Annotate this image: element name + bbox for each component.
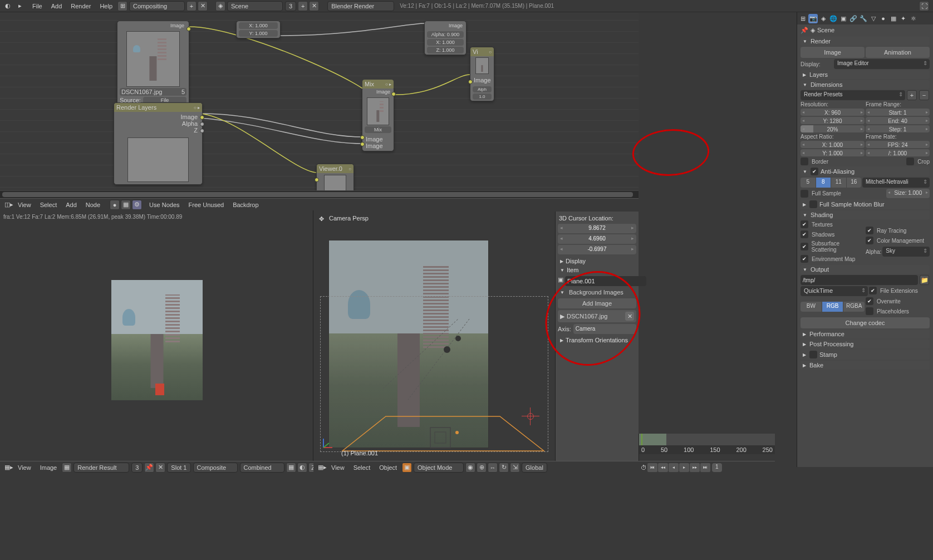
panel-bg-images[interactable]: Background Images	[558, 288, 636, 297]
tab-scene-icon[interactable]: ◈	[818, 14, 828, 23]
image-browse-icon[interactable]: ▦	[62, 463, 72, 473]
panel-output[interactable]: Output	[801, 265, 930, 274]
res-y[interactable]: Y: 1280	[801, 117, 865, 124]
manip-rotate[interactable]: ↻	[499, 463, 509, 473]
comp-mode[interactable]: Alph	[473, 86, 492, 92]
menu-file[interactable]: File	[28, 3, 47, 9]
orientation-dropdown[interactable]: Global	[522, 463, 547, 473]
browse-folder-icon[interactable]: 📁	[920, 275, 929, 285]
mode-icon[interactable]: ▣	[402, 463, 412, 473]
alpha-icon[interactable]: ◐	[297, 463, 307, 473]
alpha-over-node[interactable]: Image Alpha: 0.900 X: 1.000 Z: 1.000	[424, 21, 466, 55]
axis-dropdown[interactable]: Camera	[573, 324, 636, 334]
add-layout-button[interactable]: +	[186, 1, 197, 11]
jump-start[interactable]: ⏮	[647, 463, 657, 472]
panel-display[interactable]: Display	[558, 257, 636, 266]
menu-select[interactable]: Select	[349, 464, 375, 471]
editor-type-icon[interactable]: ▦	[4, 464, 10, 471]
tab-world-icon[interactable]: 🌐	[828, 14, 838, 23]
comp-val[interactable]: 1.0	[473, 94, 492, 100]
menu-add[interactable]: Add	[61, 202, 81, 208]
mix-node[interactable]: Mix○ ▸ Image Mix Image Image	[362, 87, 394, 151]
aa-samples[interactable]: 581116	[801, 178, 861, 188]
current-frame[interactable]: 1	[712, 463, 722, 472]
composite-node[interactable]: Vi○ Image Alph 1.0	[470, 47, 494, 101]
panel-shading[interactable]: Shading	[801, 210, 930, 219]
slot-dropdown[interactable]: Slot 1	[167, 463, 190, 473]
alpha-value[interactable]: Alpha: 0.900	[427, 31, 464, 38]
render-layers-node[interactable]: Render Layers○ ▸ Image Alpha Z	[114, 102, 203, 185]
play-fwd[interactable]: ▸	[679, 463, 689, 472]
add-preset-button[interactable]: +	[907, 90, 917, 100]
menu-view[interactable]: View	[13, 202, 36, 208]
fr-start[interactable]: Start: 1	[866, 109, 930, 116]
mix-mode[interactable]: Mix	[365, 126, 391, 133]
menu-object[interactable]: Object	[375, 464, 401, 471]
panel-item[interactable]: Item	[558, 266, 636, 274]
raytrace-check[interactable]	[866, 227, 873, 234]
material-tree[interactable]: ●	[110, 200, 120, 210]
layout-dropdown[interactable]: Compositing	[129, 1, 185, 11]
channels-icon[interactable]: ▦	[286, 463, 296, 473]
menu-select[interactable]: Select	[36, 202, 62, 208]
image-node[interactable]: Image DSCN1067.jpg 5 Source: File	[117, 21, 189, 106]
value-node[interactable]: X: 1.000 Y: 1.000	[236, 21, 281, 38]
node-x-value[interactable]: X: 1.000	[239, 22, 278, 29]
alpha-dropdown[interactable]: Sky	[882, 247, 930, 257]
cm-check[interactable]	[866, 237, 873, 244]
res-x[interactable]: X: 960	[801, 109, 865, 116]
panel-dimensions[interactable]: Dimensions	[801, 80, 930, 89]
ar-x[interactable]: X: 1.000	[801, 141, 865, 148]
output-path-input[interactable]	[801, 275, 918, 285]
tab-physics-icon[interactable]: ⚛	[909, 14, 918, 23]
compositing-tree[interactable]: ⚙	[132, 200, 142, 210]
manip-translate[interactable]: ↔	[488, 463, 498, 473]
panel-fsmb[interactable]: Full Sample Motion Blur	[801, 199, 930, 209]
tab-wrench-icon[interactable]: ⊞	[798, 14, 808, 23]
menu-view[interactable]: View	[13, 464, 36, 471]
item-name-input[interactable]	[565, 276, 646, 286]
key-prev[interactable]: ◂◂	[658, 463, 668, 472]
tab-particles-icon[interactable]: ✦	[898, 14, 908, 23]
cursor-y[interactable]: 4.6960	[558, 234, 636, 244]
panel-layers[interactable]: Layers	[801, 70, 930, 79]
render-engine-dropdown[interactable]: Blender Render	[327, 1, 394, 11]
panel-stamp[interactable]: Stamp	[801, 350, 930, 360]
cursor-x[interactable]: 9.8672	[558, 224, 636, 233]
panel-performance[interactable]: Performance	[801, 330, 930, 338]
bg-image-row[interactable]: ▶ DSCN1067.jpg ✕	[558, 310, 636, 322]
add-scene-button[interactable]: +	[298, 1, 308, 11]
screen-layout-icon[interactable]: ⊞	[117, 1, 127, 11]
image-editor-viewport[interactable]: fra:1 Ve:12 Fa:7 La:2 Mem:6.85M (26.91M,…	[0, 210, 313, 461]
fullscreen-toggle[interactable]: ⛶	[919, 1, 929, 11]
border-check[interactable]	[801, 158, 808, 165]
alpha-x[interactable]: X: 1.000	[427, 39, 464, 46]
menu-help[interactable]: Help	[95, 3, 117, 9]
menu-view[interactable]: View	[327, 464, 349, 471]
fps-base[interactable]: /: 1.000	[866, 149, 930, 156]
overwrite-check[interactable]	[866, 297, 873, 305]
pin-icon[interactable]: 📌	[144, 463, 154, 473]
tab-material-icon[interactable]: ●	[878, 14, 888, 23]
pin-icon[interactable]: 📌	[801, 27, 808, 34]
scene-dropdown[interactable]: Scene	[227, 1, 283, 11]
tab-modifiers-icon[interactable]: 🔧	[858, 14, 868, 23]
menu-image[interactable]: Image	[36, 464, 62, 471]
panel-aa[interactable]: Anti-Aliasing	[801, 166, 930, 176]
panel-transform-orient[interactable]: Transform Orientations	[558, 336, 636, 345]
change-codec-button[interactable]: Change codec	[801, 317, 930, 328]
render-presets-dropdown[interactable]: Render Presets	[801, 90, 905, 100]
tab-texture-icon[interactable]: ▦	[888, 14, 898, 23]
fr-end[interactable]: End: 40	[866, 117, 930, 124]
aa-filter-dropdown[interactable]: Mitchell-Netravali	[862, 178, 930, 188]
pass-dropdown[interactable]: Composite	[193, 463, 238, 473]
tab-constraints-icon[interactable]: 🔗	[848, 14, 858, 23]
node-y-value[interactable]: Y: 1.000	[239, 30, 278, 37]
shadows-check[interactable]	[801, 230, 808, 238]
remove-preset-button[interactable]: −	[919, 90, 929, 100]
scene-browse-icon[interactable]: ◈	[215, 1, 225, 11]
menu-node[interactable]: Node	[81, 202, 105, 208]
res-pct[interactable]: 20%	[801, 125, 865, 132]
fr-step[interactable]: Step: 1	[866, 125, 930, 132]
remove-layout-button[interactable]: ✕	[198, 1, 208, 11]
